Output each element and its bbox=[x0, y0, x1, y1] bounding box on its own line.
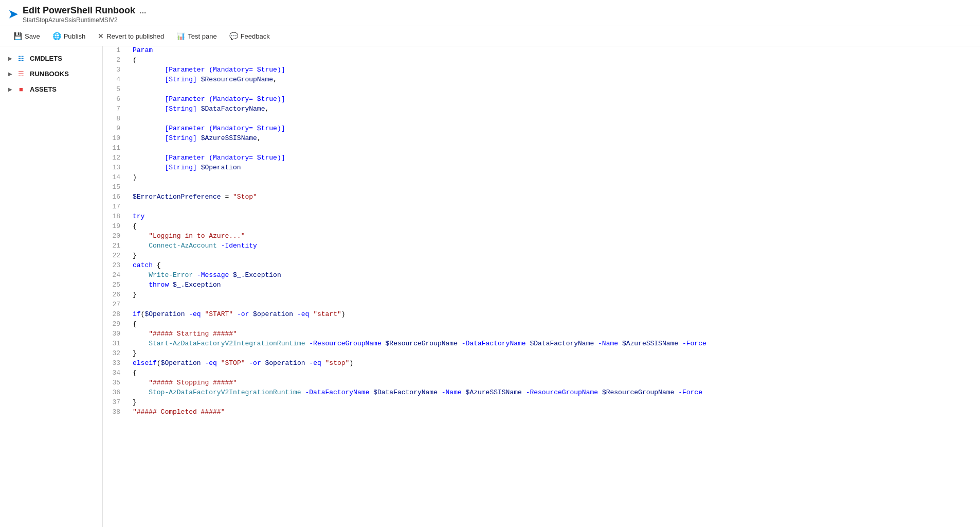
page-title-text: Edit PowerShell Runbook bbox=[23, 5, 135, 16]
line-code: { bbox=[129, 320, 980, 330]
line-number: 12 bbox=[103, 154, 129, 164]
line-code: "##### Starting #####" bbox=[129, 330, 980, 340]
table-row: 2( bbox=[103, 56, 980, 66]
feedback-icon: 💬 bbox=[229, 32, 238, 40]
line-code: [String] $Operation bbox=[129, 164, 980, 173]
line-code: elseif($Operation -eq "STOP" -or $operat… bbox=[129, 359, 980, 369]
testpane-label: Test pane bbox=[188, 32, 216, 40]
table-row: 8 bbox=[103, 115, 980, 125]
chevron-right-icon-assets: ▶ bbox=[8, 86, 12, 92]
line-number: 38 bbox=[103, 408, 129, 418]
assets-icon: ■ bbox=[16, 85, 26, 93]
line-code: Param bbox=[129, 46, 980, 56]
line-code: Start-AzDataFactoryV2IntegrationRuntime … bbox=[129, 340, 980, 349]
line-number: 21 bbox=[103, 242, 129, 252]
line-number: 4 bbox=[103, 76, 129, 85]
table-row: 34{ bbox=[103, 369, 980, 379]
publish-label: Publish bbox=[64, 32, 86, 40]
line-number: 7 bbox=[103, 105, 129, 115]
chevron-right-icon: ▶ bbox=[8, 56, 12, 61]
save-button[interactable]: 💾 Save bbox=[8, 29, 45, 43]
line-code: } bbox=[129, 349, 980, 359]
line-code: [String] $DataFactoryName, bbox=[129, 105, 980, 115]
table-row: 16$ErrorActionPreference = "Stop" bbox=[103, 193, 980, 203]
line-number: 15 bbox=[103, 183, 129, 193]
testpane-button[interactable]: 📊 Test pane bbox=[171, 29, 222, 43]
line-code: Connect-AzAccount -Identity bbox=[129, 242, 980, 252]
line-code: [Parameter (Mandatory= $true)] bbox=[129, 95, 980, 105]
line-code: throw $_.Exception bbox=[129, 281, 980, 291]
line-code: $ErrorActionPreference = "Stop" bbox=[129, 193, 980, 203]
table-row: 20 "Logging in to Azure..." bbox=[103, 232, 980, 242]
line-code: [String] $AzureSSISName, bbox=[129, 134, 980, 144]
line-number: 28 bbox=[103, 310, 129, 320]
table-row: 38"##### Completed #####" bbox=[103, 408, 980, 418]
table-row: 14) bbox=[103, 173, 980, 183]
table-row: 29{ bbox=[103, 320, 980, 330]
line-code: { bbox=[129, 222, 980, 232]
code-table: 1Param2(3 [Parameter (Mandatory= $true)]… bbox=[103, 46, 980, 418]
line-code: "Logging in to Azure..." bbox=[129, 232, 980, 242]
table-row: 11 bbox=[103, 144, 980, 154]
line-number: 32 bbox=[103, 349, 129, 359]
line-number: 23 bbox=[103, 261, 129, 271]
code-editor[interactable]: 1Param2(3 [Parameter (Mandatory= $true)]… bbox=[103, 46, 980, 527]
feedback-button[interactable]: 💬 Feedback bbox=[224, 29, 275, 43]
runbooks-icon: ☴ bbox=[16, 69, 26, 78]
line-number: 26 bbox=[103, 291, 129, 301]
line-code: [Parameter (Mandatory= $true)] bbox=[129, 66, 980, 76]
feedback-label: Feedback bbox=[241, 32, 270, 40]
page-title: Edit PowerShell Runbook ... bbox=[23, 5, 146, 16]
table-row: 30 "##### Starting #####" bbox=[103, 330, 980, 340]
line-number: 34 bbox=[103, 369, 129, 379]
line-code: Stop-AzDataFactoryV2IntegrationRuntime -… bbox=[129, 389, 980, 398]
table-row: 3 [Parameter (Mandatory= $true)] bbox=[103, 66, 980, 76]
publish-button[interactable]: 🌐 Publish bbox=[47, 29, 91, 43]
line-number: 25 bbox=[103, 281, 129, 291]
sidebar-item-assets[interactable]: ▶ ■ ASSETS bbox=[0, 81, 102, 97]
azure-logo: ➤ bbox=[8, 8, 17, 21]
line-number: 6 bbox=[103, 95, 129, 105]
line-number: 20 bbox=[103, 232, 129, 242]
sidebar-item-cmdlets[interactable]: ▶ ☷ CMDLETS bbox=[0, 50, 102, 66]
table-row: 36 Stop-AzDataFactoryV2IntegrationRuntim… bbox=[103, 389, 980, 398]
line-code: { bbox=[129, 369, 980, 379]
table-row: 31 Start-AzDataFactoryV2IntegrationRunti… bbox=[103, 340, 980, 349]
sidebar-item-label-runbooks: RUNBOOKS bbox=[30, 70, 69, 78]
line-code: "##### Stopping #####" bbox=[129, 379, 980, 389]
more-options-button[interactable]: ... bbox=[139, 6, 146, 15]
table-row: 26} bbox=[103, 291, 980, 301]
line-number: 17 bbox=[103, 203, 129, 213]
table-row: 33elseif($Operation -eq "STOP" -or $oper… bbox=[103, 359, 980, 369]
line-number: 29 bbox=[103, 320, 129, 330]
publish-icon: 🌐 bbox=[52, 32, 61, 40]
line-number: 5 bbox=[103, 85, 129, 95]
line-number: 27 bbox=[103, 301, 129, 310]
revert-button[interactable]: ✕ Revert to published bbox=[93, 29, 169, 43]
line-code bbox=[129, 301, 980, 310]
table-row: 24 Write-Error -Message $_.Exception bbox=[103, 271, 980, 281]
line-number: 13 bbox=[103, 164, 129, 173]
line-code bbox=[129, 183, 980, 193]
line-number: 37 bbox=[103, 398, 129, 408]
line-code: [Parameter (Mandatory= $true)] bbox=[129, 154, 980, 164]
line-number: 36 bbox=[103, 389, 129, 398]
line-number: 35 bbox=[103, 379, 129, 389]
line-code bbox=[129, 144, 980, 154]
revert-label: Revert to published bbox=[106, 32, 164, 40]
table-row: 17 bbox=[103, 203, 980, 213]
line-number: 2 bbox=[103, 56, 129, 66]
line-code: } bbox=[129, 291, 980, 301]
line-number: 1 bbox=[103, 46, 129, 56]
line-code: catch { bbox=[129, 261, 980, 271]
save-label: Save bbox=[25, 32, 40, 40]
line-number: 18 bbox=[103, 213, 129, 222]
line-code: [String] $ResourceGroupName, bbox=[129, 76, 980, 85]
sidebar-item-runbooks[interactable]: ▶ ☴ RUNBOOKS bbox=[0, 66, 102, 81]
line-code: "##### Completed #####" bbox=[129, 408, 980, 418]
line-number: 22 bbox=[103, 252, 129, 261]
line-code bbox=[129, 85, 980, 95]
line-code: ) bbox=[129, 173, 980, 183]
table-row: 13 [String] $Operation bbox=[103, 164, 980, 173]
chevron-right-icon-runbooks: ▶ bbox=[8, 71, 12, 77]
